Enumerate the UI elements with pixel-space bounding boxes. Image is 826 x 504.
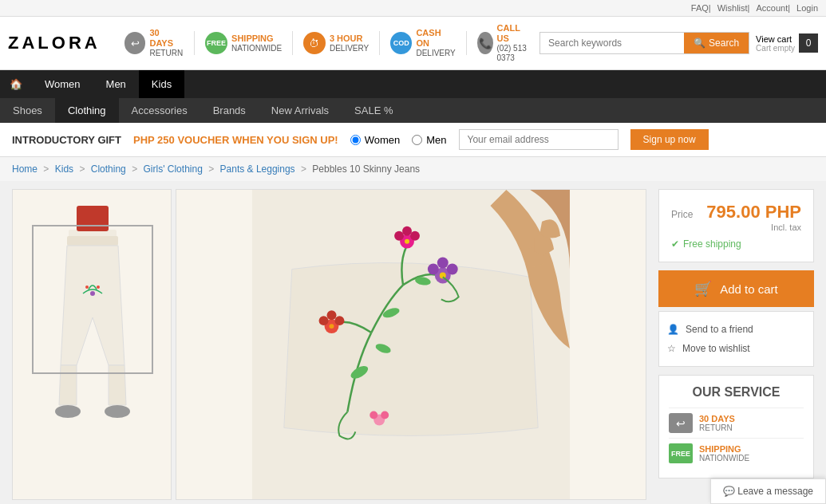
subnav-clothing[interactable]: Clothing (55, 98, 119, 123)
radio-men[interactable]: Men (412, 134, 446, 146)
sub-nav: Shoes Clothing Accessories Brands New Ar… (0, 98, 826, 123)
login-link[interactable]: Login (796, 3, 818, 13)
service-box: OUR SERVICE ↩ 30 DAYS RETURN FREE SHIPPI… (658, 375, 814, 478)
subnav-accessories[interactable]: Accessories (119, 98, 200, 123)
radio-women[interactable]: Women (350, 134, 401, 146)
svg-point-5 (90, 291, 95, 296)
cart-empty-label: Cart empty (756, 44, 795, 53)
chat-icon: 💬 (723, 486, 735, 497)
main-image-svg (176, 190, 646, 499)
svg-point-19 (437, 258, 449, 269)
service-shipping-icon: FREE (669, 443, 693, 463)
svg-point-24 (327, 311, 337, 321)
nav-women[interactable]: Women (32, 70, 93, 98)
subnav-shoes[interactable]: Shoes (0, 98, 55, 123)
nav-home[interactable]: 🏠 (0, 70, 32, 98)
wishlist-link[interactable]: Wishlist (717, 3, 748, 13)
account-link[interactable]: Account (756, 3, 788, 13)
promo-bar: INTRODUCTORY GIFT PHP 250 VOUCHER WHEN Y… (0, 123, 826, 157)
logo[interactable]: ZALORA (8, 33, 101, 53)
price-tax: Incl. tax (671, 222, 801, 232)
nav-men[interactable]: Men (93, 70, 139, 98)
share-icon: 👤 (667, 324, 679, 335)
signup-button[interactable]: Sign up now (630, 129, 709, 150)
cart-icon: 🛒 (694, 280, 712, 297)
promo-highlight: PHP 250 VOUCHER WHEN YOU SIGN UP! (133, 134, 338, 146)
breadcrumb-girls-clothing[interactable]: Girls' Clothing (144, 163, 203, 175)
badge-delivery: ⏱ 3 HOUR DELIVERY (303, 32, 369, 54)
header-badges: ↩ 30 DAYS RETURN FREE SHIPPING NATIONWID… (124, 23, 532, 63)
shipping-info: ✔ Free shipping (671, 238, 801, 250)
svg-rect-2 (67, 236, 118, 246)
breadcrumb-clothing[interactable]: Clothing (91, 163, 126, 175)
faq-link[interactable]: FAQ (691, 3, 709, 13)
cart-area: View cart Cart empty 0 (756, 33, 818, 53)
view-cart-label[interactable]: View cart (756, 34, 795, 44)
header-right: 🔍 Search View cart Cart empty 0 (539, 32, 818, 54)
thumbnail-svg (13, 190, 172, 500)
breadcrumb: Home > Kids > Clothing > Girls' Clothing… (0, 157, 826, 181)
svg-point-25 (330, 325, 334, 329)
cart-count[interactable]: 0 (799, 33, 818, 53)
main-nav: 🏠 Women Men Kids (0, 70, 826, 98)
subnav-new-arrivals[interactable]: New Arrivals (259, 98, 342, 123)
phone-icon: 📞 (477, 32, 493, 54)
svg-point-27 (394, 231, 404, 241)
promo-text: INTRODUCTORY GIFT (12, 134, 121, 146)
chat-bubble[interactable]: 💬 Leave a message (710, 478, 826, 504)
action-links: 👤 Send to a friend ☆ Move to wishlist (658, 311, 814, 367)
product-images (12, 189, 646, 500)
price-value: 795.00 PHP (706, 202, 801, 222)
svg-rect-8 (77, 206, 109, 231)
star-icon: ☆ (667, 343, 676, 354)
service-shipping: FREE SHIPPING NATIONWIDE (669, 438, 804, 468)
svg-point-17 (428, 264, 439, 275)
svg-point-18 (447, 264, 458, 275)
svg-point-32 (370, 411, 377, 419)
search-input[interactable] (540, 33, 684, 53)
move-to-wishlist-link[interactable]: ☆ Move to wishlist (667, 339, 805, 358)
checkmark-icon: ✔ (671, 238, 679, 250)
breadcrumb-pants[interactable]: Pants & Leggings (220, 163, 295, 175)
main-content: Price 795.00 PHP Incl. tax ✔ Free shippi… (0, 181, 826, 504)
cod-icon: COD (390, 32, 412, 54)
top-bar: FAQ | Wishlist | Account | Login (0, 0, 826, 17)
svg-point-4 (105, 405, 130, 418)
search-button[interactable]: 🔍 Search (684, 33, 749, 53)
promo-email-input[interactable] (459, 129, 619, 150)
add-to-cart-button[interactable]: 🛒 Add to cart (658, 270, 814, 307)
badge-shipping: FREE SHIPPING NATIONWIDE (205, 32, 282, 54)
badge-callus: 📞 CALL US (02) 513 0373 (477, 23, 532, 63)
svg-point-6 (85, 285, 89, 289)
service-return-icon: ↩ (669, 413, 693, 433)
badge-cod: COD CASH ON DELIVERY (390, 28, 456, 58)
product-panel: Price 795.00 PHP Incl. tax ✔ Free shippi… (658, 189, 814, 500)
svg-point-33 (381, 411, 389, 419)
breadcrumb-current: Pebbles 10 Skinny Jeans (312, 163, 420, 175)
svg-point-22 (319, 317, 329, 326)
svg-point-3 (55, 405, 81, 418)
search-icon: 🔍 (694, 37, 705, 49)
svg-point-23 (334, 317, 344, 326)
subnav-sale[interactable]: SALE % (342, 98, 405, 123)
breadcrumb-kids[interactable]: Kids (55, 163, 73, 175)
search-box: 🔍 Search (539, 32, 749, 54)
return-icon: ↩ (124, 32, 146, 54)
delivery-icon: ⏱ (303, 32, 326, 54)
service-title: OUR SERVICE (669, 385, 804, 400)
price-label: Price (671, 209, 693, 220)
nav-kids[interactable]: Kids (139, 70, 184, 98)
svg-point-30 (405, 239, 409, 244)
subnav-brands[interactable]: Brands (200, 98, 259, 123)
price-box: Price 795.00 PHP Incl. tax ✔ Free shippi… (658, 189, 814, 262)
product-main-image[interactable] (176, 189, 646, 500)
product-thumbnail[interactable] (12, 189, 172, 500)
header: ZALORA ↩ 30 DAYS RETURN FREE SHIPPING NA… (0, 17, 826, 70)
svg-point-7 (97, 285, 100, 289)
svg-point-29 (402, 226, 412, 236)
svg-point-28 (410, 231, 420, 241)
free-shipping-icon: FREE (205, 32, 227, 54)
breadcrumb-home[interactable]: Home (12, 163, 38, 175)
send-to-friend-link[interactable]: 👤 Send to a friend (667, 320, 805, 339)
service-returns: ↩ 30 DAYS RETURN (669, 408, 804, 438)
